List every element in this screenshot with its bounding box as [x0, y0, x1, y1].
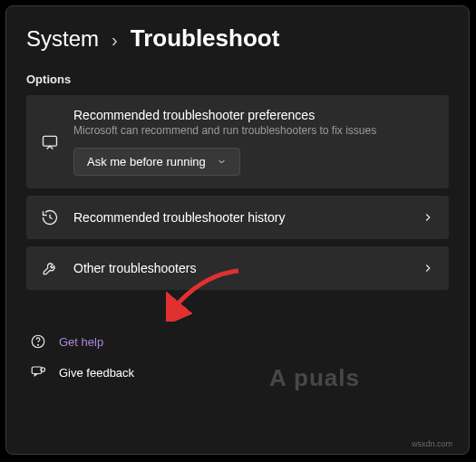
other-title: Other troubleshooters — [73, 261, 407, 275]
section-label-options: Options — [26, 72, 449, 86]
chevron-right-icon — [422, 262, 434, 274]
feedback-icon — [30, 364, 46, 380]
chevron-right-icon — [422, 211, 434, 224]
help-icon — [30, 333, 46, 350]
page-title: Troubleshoot — [131, 24, 280, 53]
preferences-dropdown[interactable]: Ask me before running — [73, 148, 240, 176]
site-watermark: wsxdn.com — [412, 439, 452, 448]
svg-point-2 — [38, 344, 39, 345]
history-icon — [41, 208, 59, 226]
chevron-right-icon: › — [112, 30, 118, 51]
other-troubleshooters-row[interactable]: Other troubleshooters — [26, 246, 449, 290]
breadcrumb-parent[interactable]: System — [26, 26, 99, 52]
footer-links: Get help Give feedback — [26, 326, 449, 388]
chat-icon — [41, 133, 59, 151]
history-title: Recommended troubleshooter history — [73, 210, 407, 225]
give-feedback-row[interactable]: Give feedback — [26, 357, 449, 388]
settings-window: System › Troubleshoot Options Recommende… — [5, 5, 470, 455]
chevron-down-icon — [217, 157, 227, 167]
get-help-link[interactable]: Get help — [59, 335, 103, 349]
give-feedback-link[interactable]: Give feedback — [59, 366, 134, 380]
preferences-title: Recommended troubleshooter preferences — [73, 108, 434, 122]
svg-rect-0 — [44, 136, 57, 146]
svg-rect-3 — [32, 367, 42, 374]
dropdown-value: Ask me before running — [87, 155, 206, 168]
breadcrumb: System › Troubleshoot — [26, 24, 449, 53]
get-help-row[interactable]: Get help — [26, 326, 449, 357]
wrench-icon — [41, 259, 59, 277]
history-row[interactable]: Recommended troubleshooter history — [26, 196, 449, 239]
preferences-subtitle: Microsoft can recommend and run troubles… — [73, 124, 434, 137]
preferences-card: Recommended troubleshooter preferences M… — [26, 95, 449, 188]
